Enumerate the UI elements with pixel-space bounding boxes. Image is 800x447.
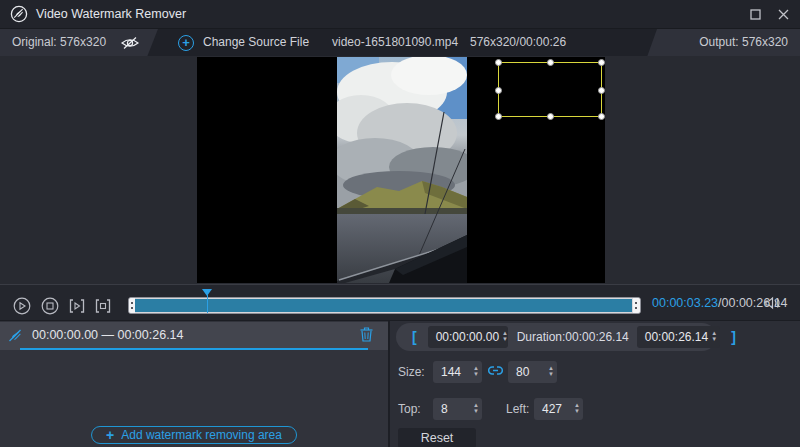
spinner-arrows[interactable]: ▲ ▼ xyxy=(502,331,508,343)
spinner-down-icon[interactable]: ▼ xyxy=(548,372,554,378)
link-dimensions-icon[interactable] xyxy=(488,365,503,379)
top-label: Top: xyxy=(398,398,421,420)
spinner-down-icon[interactable]: ▼ xyxy=(574,409,580,415)
spinner-down-icon[interactable]: ▼ xyxy=(473,409,479,415)
volume-icon[interactable] xyxy=(764,295,782,315)
watermark-time-range: 00:00:00.00 — 00:00:26.14 xyxy=(32,322,184,348)
toolbar: Original: 576x320 + Change Source File v… xyxy=(0,28,800,56)
close-button[interactable] xyxy=(770,0,796,28)
add-watermark-area-label: Add watermark removing area xyxy=(121,428,282,442)
selection-handle[interactable] xyxy=(598,59,605,66)
play-segment-button[interactable] xyxy=(68,297,86,315)
timeline-end-handle[interactable] xyxy=(633,298,640,313)
left-input[interactable]: 427 ▲ ▼ xyxy=(534,398,583,420)
selection-handle[interactable] xyxy=(547,113,554,120)
delete-watermark-icon[interactable] xyxy=(360,327,373,346)
start-time-input[interactable]: 00:00:00.00 ▲ ▼ xyxy=(428,326,508,348)
eye-preview-icon[interactable] xyxy=(120,36,140,54)
add-source-icon[interactable]: + xyxy=(178,35,194,51)
watermark-list-panel: 00:00:00.00 — 00:00:26.14 + Add watermar… xyxy=(0,321,390,447)
original-resolution-label: Original: 576x320 xyxy=(12,29,106,56)
watermark-list-item[interactable]: 00:00:00.00 — 00:00:26.14 xyxy=(0,322,388,350)
watermark-selection-box[interactable] xyxy=(498,62,602,117)
source-filename: video-1651801090.mp4 xyxy=(332,29,458,56)
bottom-panels: 00:00:00.00 — 00:00:26.14 + Add watermar… xyxy=(0,320,800,447)
playhead-line xyxy=(207,295,208,313)
spinner-arrows[interactable]: ▲ ▼ xyxy=(473,366,479,378)
size-label: Size: xyxy=(398,361,425,383)
title-bar: Video Watermark Remover xyxy=(0,0,800,28)
active-item-underline xyxy=(20,348,368,350)
spinner-down-icon[interactable]: ▼ xyxy=(711,337,717,343)
output-resolution-label: Output: 576x320 xyxy=(699,29,788,56)
range-start-bracket: [ xyxy=(412,329,417,345)
source-file-meta: 576x320/00:00:26 xyxy=(470,29,566,56)
selection-handle[interactable] xyxy=(495,87,502,94)
current-time: 00:00:03.23 xyxy=(652,296,718,310)
timeline-start-handle[interactable] xyxy=(129,298,135,313)
spinner-arrows[interactable]: ▲ ▼ xyxy=(711,331,717,343)
stop-segment-button[interactable] xyxy=(94,297,112,315)
top-input[interactable]: 8 ▲ ▼ xyxy=(433,398,482,420)
selection-handle[interactable] xyxy=(495,113,502,120)
add-watermark-area-button[interactable]: + Add watermark removing area xyxy=(91,426,297,444)
spinner-arrows[interactable]: ▲ ▼ xyxy=(473,403,479,415)
selection-handle[interactable] xyxy=(598,87,605,94)
selection-handle[interactable] xyxy=(495,59,502,66)
change-source-file-button[interactable]: Change Source File xyxy=(203,29,309,56)
spinner-down-icon[interactable]: ▼ xyxy=(473,372,479,378)
video-canvas xyxy=(197,57,605,283)
selection-handle[interactable] xyxy=(547,59,554,66)
playback-controls: 00:00:03.23/00:00:26.14 xyxy=(0,284,800,320)
preview-area xyxy=(0,56,800,284)
app-logo-icon xyxy=(10,5,28,23)
play-button[interactable] xyxy=(13,297,31,315)
timeline-slider[interactable] xyxy=(128,297,641,314)
maximize-button[interactable] xyxy=(742,0,768,28)
left-label: Left: xyxy=(506,398,529,420)
width-input[interactable]: 144 ▲ ▼ xyxy=(433,361,482,383)
reset-button[interactable]: Reset xyxy=(398,428,476,447)
timeline-range-fill[interactable] xyxy=(135,299,632,312)
end-time-input[interactable]: 00:00:26.14 ▲ ▼ xyxy=(637,326,720,348)
selection-handle[interactable] xyxy=(598,113,605,120)
spinner-arrows[interactable]: ▲ ▼ xyxy=(574,403,580,415)
range-end-bracket: ] xyxy=(731,329,736,345)
video-frame xyxy=(337,57,467,283)
spinner-down-icon[interactable]: ▼ xyxy=(502,337,508,343)
watermark-brush-icon xyxy=(8,327,24,348)
height-input[interactable]: 80 ▲ ▼ xyxy=(508,361,557,383)
spinner-arrows[interactable]: ▲ ▼ xyxy=(548,366,554,378)
properties-panel: [ 00:00:00.00 ▲ ▼ Duration:00:00:26.14 0… xyxy=(390,321,800,447)
duration-label: Duration:00:00:26.14 xyxy=(517,330,629,344)
app-title: Video Watermark Remover xyxy=(36,0,186,28)
time-range-strip: [ 00:00:00.00 ▲ ▼ Duration:00:00:26.14 0… xyxy=(396,323,716,351)
plus-icon: + xyxy=(106,428,114,442)
stop-button[interactable] xyxy=(41,297,59,315)
